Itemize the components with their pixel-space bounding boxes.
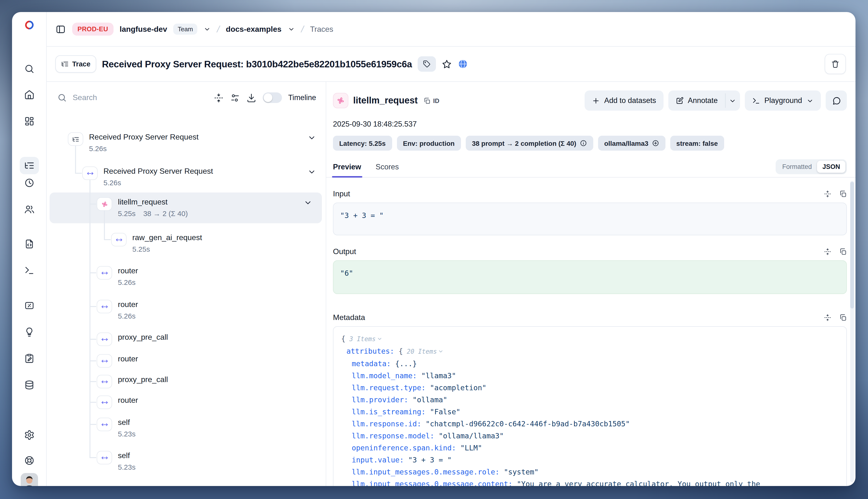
org-name[interactable]: langfuse-dev: [120, 25, 167, 34]
star-icon[interactable]: [442, 59, 452, 69]
tree-node-router[interactable]: router5.26s: [47, 297, 326, 324]
annotate-button[interactable]: Annotate: [668, 90, 725, 111]
metadata-json-line: llm.provider: "ollama": [341, 394, 839, 406]
globe-icon[interactable]: [458, 59, 468, 69]
annotate-chevron-button[interactable]: [725, 90, 740, 111]
tree-node-self[interactable]: self5.23s: [47, 415, 326, 442]
trace-icon: [68, 132, 83, 146]
chevron-down-icon[interactable]: [307, 168, 316, 178]
tag-icon[interactable]: [418, 56, 436, 72]
input-section-header: Input: [333, 190, 847, 198]
sidebar-item-percent-card-icon[interactable]: [20, 297, 39, 314]
tree-connector: [104, 210, 105, 240]
copy-icon[interactable]: [839, 248, 847, 256]
id-label: ID: [433, 97, 439, 104]
tab-scores[interactable]: Scores: [376, 163, 399, 177]
metadata-json-line[interactable]: {3 Items: [341, 333, 839, 345]
span-icon: [82, 167, 98, 180]
tree-node-proxy-pre-call[interactable]: proxy_pre_call: [47, 373, 326, 389]
tree-connector: [89, 424, 96, 425]
sidebar-item-sessions-icon[interactable]: [20, 174, 39, 192]
copy-icon[interactable]: [839, 314, 847, 321]
format-toggle: Formatted JSON: [775, 159, 847, 174]
project-name[interactable]: docs-examples: [226, 25, 281, 34]
playground-button[interactable]: Playground: [745, 90, 821, 111]
scrollbar[interactable]: [850, 181, 854, 482]
delete-trace-button[interactable]: [825, 54, 846, 74]
sidebar-item-tracing-icon[interactable]: [20, 157, 39, 174]
timeline-toggle[interactable]: [263, 93, 282, 103]
sidebar-item-file-code-icon[interactable]: [20, 235, 39, 253]
output-label: Output: [333, 247, 356, 256]
span-icon: [97, 332, 112, 346]
search-input[interactable]: [72, 93, 126, 102]
tree-node-router[interactable]: router: [47, 394, 326, 410]
app-window: PROD-EU langfuse-dev Team / docs-example…: [12, 12, 855, 486]
langfuse-logo-icon[interactable]: [23, 19, 35, 31]
tree-node-router[interactable]: router5.26s: [47, 264, 326, 291]
sidebar-item-dashboards-icon[interactable]: [20, 113, 39, 130]
comment-button[interactable]: [826, 90, 847, 111]
sidebar-item-settings-icon[interactable]: [20, 426, 39, 444]
tree-node-proxy-pre-call[interactable]: proxy_pre_call: [47, 331, 326, 347]
info-icon[interactable]: [579, 139, 587, 147]
observation-actions: Add to datasets Annotate P: [585, 90, 847, 111]
org-chevron-down-icon[interactable]: [204, 25, 211, 33]
copy-icon: [424, 97, 431, 104]
sidebar-item-lightbulb-icon[interactable]: [20, 324, 39, 341]
plus-circle-icon[interactable]: [652, 139, 659, 147]
tree-node-raw-gen-ai-request[interactable]: raw_gen_ai_request5.25s: [47, 231, 326, 257]
tab-preview[interactable]: Preview: [333, 163, 361, 177]
output-section-header: Output: [333, 247, 847, 256]
metadata-json-line: openinference.span.kind: "LLM": [341, 442, 839, 454]
breadcrumb-section[interactable]: Traces: [310, 25, 333, 34]
metadata-json-box: {3 Itemsattributes: {20 Itemsmetadata: {…: [333, 326, 847, 486]
copy-icon[interactable]: [839, 190, 847, 198]
trace-type-chip: Trace: [55, 55, 96, 73]
generation-icon: [97, 197, 112, 211]
environment-badge[interactable]: PROD-EU: [72, 23, 113, 36]
metadata-json-line: llm.input_messages.0.message.content: "Y…: [341, 478, 839, 486]
sidebar-toggle-icon[interactable]: [55, 24, 66, 34]
format-option-formatted[interactable]: Formatted: [777, 161, 817, 173]
sidebar-item-lifebuoy-icon[interactable]: [20, 452, 39, 469]
sidebar-item-users-icon[interactable]: [20, 200, 39, 218]
tree-node-litellm-request[interactable]: litellm_request5.25s38 → 2 (Σ 40): [50, 193, 322, 223]
collapse-icon[interactable]: [824, 314, 831, 321]
metadata-json-line: llm.response.id: "chatcmpl-d96622c0-c642…: [341, 418, 839, 430]
sidebar-item-search-icon[interactable]: [20, 60, 39, 77]
tree-toolbar: Timeline: [47, 82, 326, 107]
sidebar-item-database-icon[interactable]: [20, 376, 39, 394]
add-to-datasets-button[interactable]: Add to datasets: [585, 90, 663, 111]
status-badge: 38 prompt → 2 completion (Σ 40): [466, 136, 593, 150]
collapse-icon[interactable]: [824, 248, 831, 256]
tree-node-self[interactable]: self5.23s: [47, 449, 326, 475]
scrollbar-thumb[interactable]: [850, 182, 854, 308]
tree-node-router[interactable]: router: [47, 352, 326, 369]
observation-name: litellm_request: [353, 95, 418, 106]
status-badge: Latency: 5.25s: [333, 136, 392, 150]
download-icon[interactable]: [246, 93, 256, 103]
tree-node-received-proxy-server-request[interactable]: Received Proxy Server Request5.26s: [47, 130, 326, 157]
chevron-down-icon[interactable]: [304, 198, 312, 209]
format-option-json[interactable]: JSON: [817, 161, 845, 173]
status-badge: Env: production: [397, 136, 461, 150]
sidebar-item-clipboard-pen-icon[interactable]: [20, 350, 39, 367]
project-chevron-down-icon[interactable]: [288, 25, 295, 33]
chevron-down-icon[interactable]: [307, 133, 316, 144]
sidebar-item-terminal-icon[interactable]: [20, 262, 39, 279]
copy-id-button[interactable]: ID: [424, 97, 439, 104]
observation-detail-panel: litellm_request ID Add to datasets: [326, 82, 855, 486]
metadata-json-line[interactable]: attributes: {20 Items: [341, 345, 839, 358]
tree-connector: [89, 306, 96, 307]
metadata-section-header: Metadata: [333, 313, 847, 322]
collapse-icon[interactable]: [824, 190, 831, 198]
sidebar-item-home-icon[interactable]: [20, 86, 39, 104]
tree-node-received-proxy-server-request[interactable]: Received Proxy Server Request5.26s: [47, 164, 326, 191]
span-tree: Received Proxy Server Request5.26sReceiv…: [47, 118, 326, 486]
fold-vertical-icon[interactable]: [213, 93, 224, 103]
terminal-icon: [752, 97, 760, 105]
tree-connector: [89, 180, 90, 458]
filter-sliders-icon[interactable]: [230, 93, 240, 103]
avatar[interactable]: [21, 473, 38, 486]
